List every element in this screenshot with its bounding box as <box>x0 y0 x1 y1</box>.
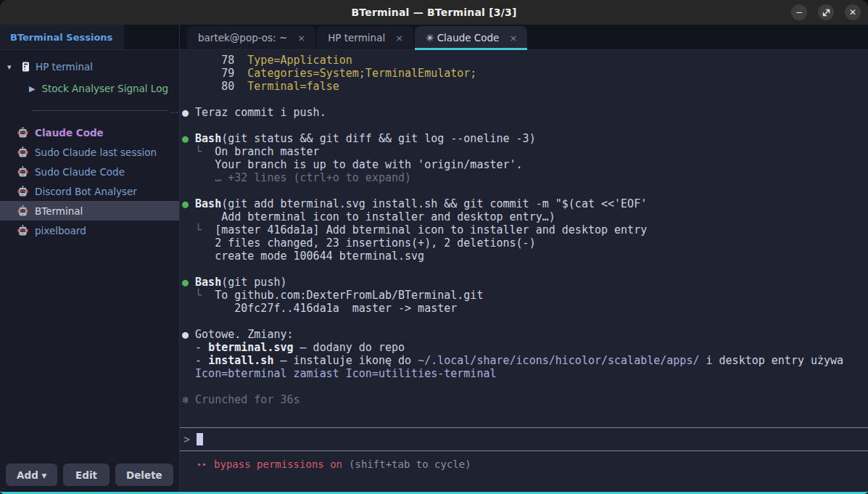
terminal-line: └ [master 416da1a] Add bterminal icon to… <box>182 223 868 236</box>
play-icon: ▶ <box>29 84 35 94</box>
terminal-line <box>182 380 868 393</box>
chevron-down-icon[interactable]: ▾ <box>7 62 16 72</box>
button-label: Add ▾ <box>17 469 46 481</box>
window-controls: − ✕ <box>791 0 861 25</box>
more-options-icon[interactable]: … <box>170 108 178 112</box>
session-label: Sudo Claude Code <box>35 166 125 178</box>
tab-close-icon[interactable]: × <box>296 33 307 44</box>
terminal-input[interactable]: > <box>180 427 868 451</box>
terminal-viewport[interactable]: 78 Type=Application 79 Categories=System… <box>180 50 868 492</box>
mode-cycle-hint: (shift+tab to cycle) <box>349 458 471 470</box>
robot-icon <box>17 225 28 236</box>
add-button[interactable]: Add ▾ <box>6 464 57 486</box>
tab-label: ✳ Claude Code <box>426 32 499 44</box>
session-label: Claude Code <box>35 127 104 139</box>
tab-claude-code[interactable]: ✳ Claude Code × <box>415 26 527 49</box>
robot-icon <box>17 186 28 197</box>
prompt-icon: > <box>183 433 190 446</box>
session-label: Discord Bot Analyser <box>35 186 137 197</box>
tree-item-label: HP terminal <box>36 61 93 73</box>
tab-label: bartek@pop-os: ~ <box>198 32 287 44</box>
app-body: BTerminal Sessions ▾ HP terminal ▶ <box>0 25 868 492</box>
terminal-line: ● Bash(git status && git diff && git log… <box>182 132 868 145</box>
terminal-line: └ To github.com:DexterFromLab/BTerminal.… <box>182 289 868 302</box>
minimize-button[interactable]: − <box>791 4 807 20</box>
tree-item-hp-terminal[interactable]: ▾ HP terminal <box>0 56 179 78</box>
session-label: Sudo Claude last session <box>35 147 157 158</box>
tab-bartek-pop-os[interactable]: bartek@pop-os: ~ × <box>187 26 315 49</box>
robot-icon <box>17 166 28 177</box>
session-item[interactable]: BTerminal <box>0 201 179 221</box>
sidebar-title: BTerminal Sessions <box>10 32 112 43</box>
terminal-line <box>182 263 868 276</box>
tree-divider-row: … <box>0 104 179 117</box>
robot-icon <box>17 127 28 138</box>
button-label: Edit <box>75 469 97 481</box>
terminal-status-bar: ▸▸ bypass permissions on (shift+tab to c… <box>180 451 868 477</box>
terminal-line <box>182 184 868 197</box>
terminal-line <box>182 93 868 106</box>
permission-mode-label: bypass permissions on <box>214 458 342 470</box>
session-list: Claude Code Sudo Claude last session Sud <box>0 123 179 240</box>
terminal-line: 20fc27f..416da1a master -> master <box>182 302 868 315</box>
sidebar-header: BTerminal Sessions <box>0 25 124 49</box>
title-bar[interactable]: BTerminal — BTerminal [3/3] − ✕ <box>0 0 868 25</box>
session-item[interactable]: Claude Code <box>0 123 179 142</box>
session-label: pixelboard <box>35 225 86 236</box>
sidebar-header-row: BTerminal Sessions <box>0 25 179 50</box>
app-window: BTerminal — BTerminal [3/3] − ✕ BTermina… <box>0 0 868 494</box>
main-area: bartek@pop-os: ~ × HP terminal × ✳ Claud… <box>180 25 868 492</box>
session-item[interactable]: Sudo Claude last session <box>0 142 179 162</box>
session-item[interactable]: pixelboard <box>0 221 179 240</box>
maximize-button[interactable] <box>818 4 834 20</box>
terminal-line: ● Bash(git push) <box>182 276 868 289</box>
terminal-bottom-padding <box>180 477 868 492</box>
terminal-line: create mode 100644 bterminal.svg <box>182 250 868 263</box>
terminal-output: 78 Type=Application 79 Categories=System… <box>180 50 868 406</box>
close-button[interactable]: ✕ <box>845 4 861 20</box>
terminal-line: - install.sh — instaluje ikonę do ~/.loc… <box>182 354 868 367</box>
terminal-line: 80 Terminal=false <box>182 80 868 93</box>
robot-icon <box>17 147 28 157</box>
bypass-arrows-icon: ▸▸ <box>197 460 207 468</box>
tab-hp-terminal[interactable]: HP terminal × <box>317 26 413 49</box>
edit-button[interactable]: Edit <box>63 464 109 486</box>
terminal-line: 2 files changed, 23 insertions(+), 2 del… <box>182 236 868 250</box>
terminal-line: ✻ Crunched for 36s <box>182 393 868 406</box>
text-cursor <box>197 433 203 445</box>
terminal-line: 79 Categories=System;TerminalEmulator; <box>182 67 868 80</box>
terminal-line: … +32 lines (ctrl+o to expand) <box>182 171 868 184</box>
delete-button[interactable]: Delete <box>115 464 173 486</box>
terminal-line: └ On branch master <box>182 145 868 158</box>
tree-item-stock-analyser-signal-log[interactable]: ▶ Stock Analyser Signal Log <box>0 78 179 99</box>
terminal-line: - bterminal.svg — dodany do repo <box>182 341 868 354</box>
sessions-sidebar: BTerminal Sessions ▾ HP terminal ▶ <box>0 25 180 492</box>
robot-icon <box>17 205 28 216</box>
session-tree: ▾ HP terminal ▶ Stock Analyser Signal Lo… <box>0 50 179 123</box>
terminal-line: ● Teraz commit i push. <box>182 106 868 119</box>
tab-bar: bartek@pop-os: ~ × HP terminal × ✳ Claud… <box>180 25 868 50</box>
terminal-line <box>182 119 868 132</box>
terminal-line: ● Bash(git add bterminal.svg install.sh … <box>182 197 868 210</box>
terminal-line: 78 Type=Application <box>182 54 868 67</box>
computer-icon <box>22 62 30 73</box>
terminal-line: Add bterminal icon to installer and desk… <box>182 210 868 223</box>
maximize-icon <box>822 9 830 17</box>
terminal-line: ● Gotowe. Zmiany: <box>182 328 868 341</box>
tree-item-label: Stock Analyser Signal Log <box>41 83 168 94</box>
terminal-line: Icon=bterminal zamiast Icon=utilities-te… <box>182 367 868 380</box>
terminal-line: Your branch is up to date with 'origin/m… <box>182 158 868 171</box>
session-item[interactable]: Sudo Claude Code <box>0 162 179 181</box>
window-title: BTerminal — BTerminal [3/3] <box>351 7 516 18</box>
terminal-line <box>182 315 868 328</box>
tab-close-icon[interactable]: × <box>508 33 518 44</box>
button-label: Delete <box>126 469 162 481</box>
session-item[interactable]: Discord Bot Analyser <box>0 181 179 201</box>
sidebar-buttons: Add ▾EditDelete <box>0 458 179 492</box>
divider <box>32 110 168 111</box>
terminal-spacer <box>180 406 868 427</box>
tab-close-icon[interactable]: × <box>394 33 405 44</box>
sidebar-spacer <box>0 240 179 458</box>
tab-label: HP terminal <box>328 32 385 44</box>
session-label: BTerminal <box>35 205 83 217</box>
